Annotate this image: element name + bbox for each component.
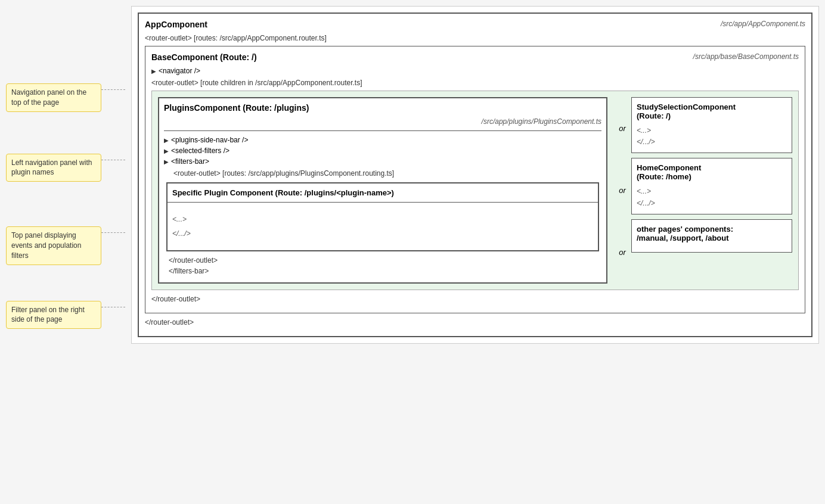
home-component-box: HomeComponent(Route: /home) <...> </.../… <box>631 158 792 214</box>
annotation-box-top-panel: Top panel displaying events and populati… <box>6 226 101 265</box>
selected-filters: <selected-filters /> <box>164 147 601 155</box>
plugins-header-row: PluginsComponent (Route: /plugins) <box>164 103 601 113</box>
right-column-with-or: or or or StudySelectionComponent(Route: … <box>613 97 792 284</box>
plugins-side-nav-bar: <plugins-side-nav-bar /> <box>164 136 601 144</box>
selected-filters-text: <selected-filters /> <box>171 147 229 155</box>
annotation-box-left-nav: Left navigation panel with plugin names <box>6 154 101 182</box>
closing-router-outlet-plugins: </router-outlet> <box>169 256 601 265</box>
or-label-2: or <box>619 186 626 195</box>
home-open: <...> <box>637 186 787 197</box>
specific-plugin-header: Specific Plugin Component (Route: /plugi… <box>168 183 598 203</box>
annotation-nav-panel: Navigation panel on the top of the page <box>6 83 125 112</box>
app-component-title: AppComponent <box>145 20 207 29</box>
plugins-comp-title: PluginsComponent (Route: /plugins) <box>164 103 309 113</box>
router-outlet-children: <router-outlet> [route children in /src/… <box>151 79 799 87</box>
app-component-path: /src/app/AppComponent.ts <box>721 20 805 28</box>
router-outlet-top: <router-outlet> [routes: /src/app/AppCom… <box>145 34 805 42</box>
specific-plugin-body: <...> </.../> <box>168 203 598 250</box>
closing-filters-bar: </filters-bar> <box>169 267 601 275</box>
dashed-connector-filter-panel <box>101 307 125 307</box>
specific-plugin-open: <...> <box>172 212 593 226</box>
or-column: or or or <box>613 97 631 284</box>
plugins-comp-header: PluginsComponent (Route: /plugins) /src/… <box>164 103 601 131</box>
home-close: </.../> <box>637 198 787 209</box>
annotation-text-left-nav: Left navigation panel with plugin names <box>11 158 92 177</box>
green-area: PluginsComponent (Route: /plugins) /src/… <box>151 91 799 290</box>
annotation-text-filter-panel: Filter panel on the right side of the pa… <box>11 306 85 324</box>
app-component-header: AppComponent /src/app/AppComponent.ts <box>145 20 805 29</box>
study-selection-component-box: StudySelectionComponent(Route: /) <...> … <box>631 97 792 153</box>
annotation-top-panel: Top panel displaying events and populati… <box>6 226 125 265</box>
navigator-label: <navigator /> <box>151 67 799 75</box>
dashed-connector-nav <box>101 89 125 90</box>
dashed-connector-left-nav <box>101 160 125 160</box>
filters-bar-open-text: <filters-bar> <box>171 157 209 166</box>
right-components-area: StudySelectionComponent(Route: /) <...> … <box>631 97 792 284</box>
diagram-area: AppComponent /src/app/AppComponent.ts <r… <box>131 6 819 344</box>
study-selection-open: <...> <box>637 125 787 136</box>
plugins-component-box: PluginsComponent (Route: /plugins) /src/… <box>158 97 607 284</box>
filters-bar-open: <filters-bar> <box>164 157 601 166</box>
annotation-text-top-panel: Top panel displaying events and populati… <box>11 231 81 260</box>
base-component-title: BaseComponent (Route: /) <box>151 52 257 62</box>
annotation-text-nav: Navigation panel on the top of the page <box>11 88 86 107</box>
home-component-title: HomeComponent(Route: /home) <box>637 163 787 181</box>
home-component-content: <...> </.../> <box>637 186 787 209</box>
specific-plugin-close: </.../> <box>172 226 593 241</box>
other-pages-box: other pages' components:/manual, /suppor… <box>631 219 792 253</box>
base-component-path: /src/app/base/BaseComponent.ts <box>693 52 799 61</box>
annotation-box-nav: Navigation panel on the top of the page <box>6 83 101 112</box>
app-component-box: AppComponent /src/app/AppComponent.ts <r… <box>138 13 812 337</box>
other-pages-title: other pages' components:/manual, /suppor… <box>637 225 787 242</box>
closing-app-router-outlet: </router-outlet> <box>145 318 805 326</box>
navigator-text: <navigator /> <box>159 67 200 75</box>
plugins-side-nav-bar-text: <plugins-side-nav-bar /> <box>171 136 248 144</box>
study-selection-content: <...> </.../> <box>637 125 787 148</box>
study-selection-close: </.../> <box>637 136 787 148</box>
annotation-filter-panel: Filter panel on the right side of the pa… <box>6 301 125 329</box>
study-selection-title: StudySelectionComponent(Route: /) <box>637 102 787 120</box>
annotations-column: Navigation panel on the top of the page … <box>6 6 125 344</box>
annotation-left-nav-panel: Left navigation panel with plugin names <box>6 154 125 182</box>
plugins-router-outlet: <router-outlet> [routes: /src/app/plugin… <box>173 169 601 178</box>
or-label-3: or <box>619 248 626 257</box>
other-pages-title-text: other pages' components:/manual, /suppor… <box>637 225 733 242</box>
plugins-comp-path: /src/app/plugins/PluginsComponent.ts <box>164 117 601 126</box>
annotation-box-filter-panel: Filter panel on the right side of the pa… <box>6 301 101 329</box>
closing-base-router-outlet: </router-outlet> <box>151 295 799 303</box>
base-component-box: BaseComponent (Route: /) /src/app/base/B… <box>145 46 805 313</box>
base-component-header: BaseComponent (Route: /) /src/app/base/B… <box>151 52 799 62</box>
specific-plugin-box: Specific Plugin Component (Route: /plugi… <box>166 182 599 251</box>
dashed-connector-top-panel <box>101 232 125 233</box>
or-label-1: or <box>619 124 626 133</box>
page-container: Navigation panel on the top of the page … <box>6 6 819 344</box>
